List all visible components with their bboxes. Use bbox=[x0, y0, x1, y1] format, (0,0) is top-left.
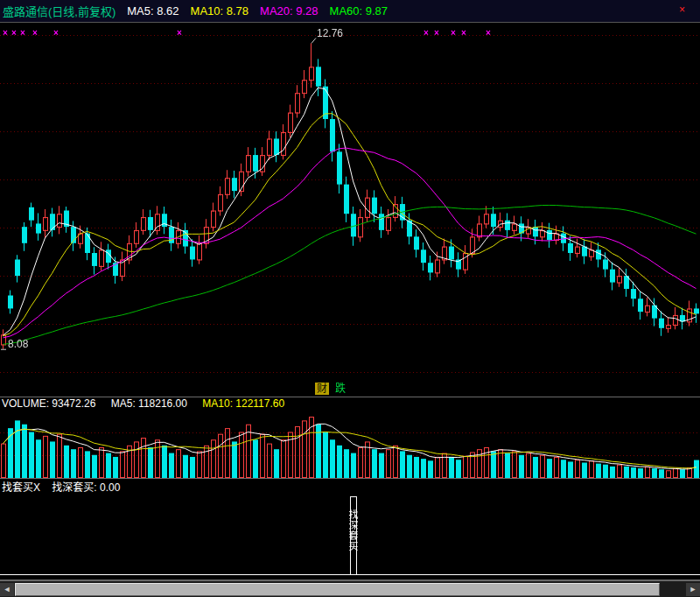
scrollbar-thumb[interactable] bbox=[15, 583, 660, 596]
volume-ma5-label: MA5: 118216.00 bbox=[111, 397, 187, 410]
ma60-title-label: MA60: 9.87 bbox=[330, 4, 388, 18]
volume-header: VOLUME: 93472.26 MA5: 118216.00 MA10: 12… bbox=[2, 397, 297, 410]
ma10-title-label: MA10: 8.78 bbox=[191, 4, 249, 18]
low-price-label: 8.08 bbox=[8, 338, 28, 350]
high-price-label: 12.76 bbox=[317, 27, 343, 39]
horizontal-scrollbar[interactable]: ◄ ► bbox=[0, 580, 700, 597]
ma20-title-label: MA20: 9.28 bbox=[260, 4, 318, 18]
volume-chart-canvas[interactable] bbox=[0, 411, 700, 478]
stock-app-window: 盛路通信(日线,前复权) MA5: 8.62 MA10: 8.78 MA20: … bbox=[0, 0, 700, 597]
volume-ma10-label: MA10: 122117.60 bbox=[202, 397, 284, 410]
main-chart-canvas[interactable] bbox=[0, 24, 700, 397]
volume-value-label: VOLUME: 93472.26 bbox=[2, 397, 95, 410]
scroll-left-button[interactable]: ◄ bbox=[0, 583, 14, 596]
titlebar: 盛路通信(日线,前复权) MA5: 8.62 MA10: 8.78 MA20: … bbox=[0, 0, 700, 23]
scroll-right-button[interactable]: ► bbox=[686, 583, 700, 596]
signal-badge-die: 跌 bbox=[335, 383, 346, 395]
ma5-title-label: MA5: 8.62 bbox=[127, 4, 178, 18]
indicator-spike-label: 找深套买 bbox=[346, 509, 360, 551]
stock-title: 盛路通信(日线,前复权) bbox=[3, 3, 116, 19]
close-icon[interactable]: × bbox=[679, 4, 685, 16]
signal-badge-cai: 财 bbox=[315, 383, 329, 395]
